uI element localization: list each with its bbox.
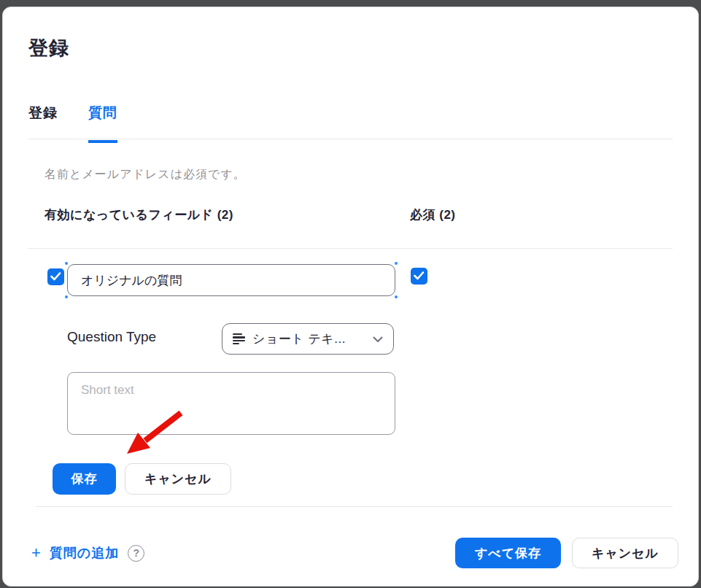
save-button[interactable]: 保存 bbox=[53, 463, 116, 495]
selection-handle bbox=[65, 262, 68, 265]
question-title-input[interactable] bbox=[67, 264, 395, 296]
selection-handle bbox=[395, 295, 398, 298]
selection-handle bbox=[395, 262, 398, 265]
add-question-link[interactable]: + 質問の追加 ? bbox=[31, 544, 144, 562]
selection-handle bbox=[65, 295, 68, 298]
question-title-field-wrap bbox=[67, 264, 395, 296]
required-checkbox[interactable] bbox=[411, 268, 427, 285]
tab-questions[interactable]: 質問 bbox=[88, 104, 117, 143]
add-question-label: 質問の追加 bbox=[50, 544, 119, 562]
dialog-title: 登録 bbox=[28, 35, 69, 61]
tabs-divider bbox=[28, 139, 673, 139]
tab-registration[interactable]: 登録 bbox=[28, 104, 58, 143]
column-header-required: 必須 (2) bbox=[410, 206, 456, 223]
column-header-enabled-fields: 有効になっているフィールド (2) bbox=[44, 206, 233, 223]
tab-bar: 登録 質問 bbox=[28, 104, 117, 143]
save-all-button[interactable]: すべて保存 bbox=[455, 538, 561, 568]
question-type-label: Question Type bbox=[67, 329, 156, 345]
question-type-dropdown[interactable]: ショート テキ... bbox=[222, 323, 394, 355]
checkmark-icon bbox=[50, 271, 61, 284]
required-note: 名前とメールアドレスは必須です。 bbox=[44, 167, 246, 182]
answer-preview-textarea[interactable] bbox=[67, 372, 395, 435]
registration-dialog: 登録 登録 質問 名前とメールアドレスは必須です。 有効になっているフィールド … bbox=[2, 7, 699, 587]
plus-icon: + bbox=[31, 545, 41, 561]
chevron-down-icon bbox=[373, 333, 383, 346]
cancel-button[interactable]: キャンセル bbox=[125, 463, 231, 495]
footer-divider bbox=[36, 506, 673, 507]
enabled-checkbox[interactable] bbox=[47, 268, 64, 285]
header-divider bbox=[28, 248, 673, 249]
question-type-value: ショート テキ... bbox=[252, 330, 365, 347]
help-icon[interactable]: ? bbox=[128, 545, 144, 562]
checkmark-icon bbox=[414, 270, 425, 283]
footer-cancel-button[interactable]: キャンセル bbox=[572, 538, 678, 568]
short-text-icon bbox=[233, 333, 245, 345]
